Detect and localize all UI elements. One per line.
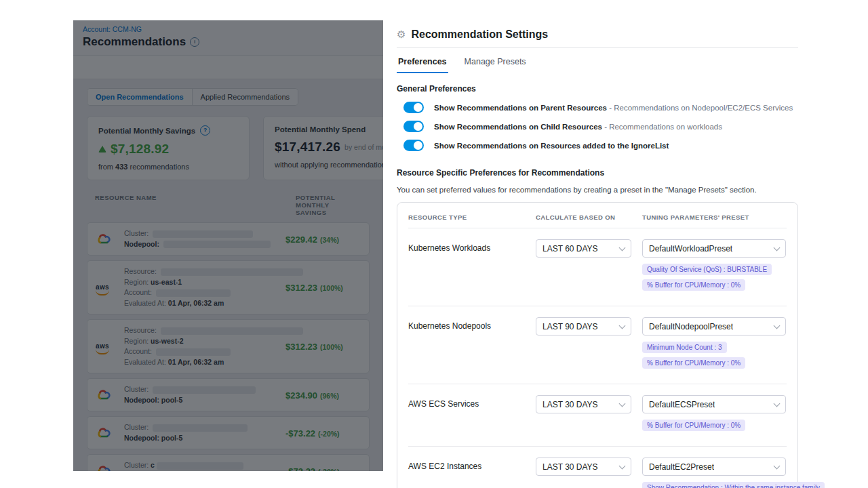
preset-select[interactable]: DefaultEC2Preset (642, 458, 786, 476)
resource-specific-description: You can set preferred values for recomme… (397, 186, 798, 194)
drawer-title: Recommendation Settings (411, 28, 548, 41)
toggle-row: Show Recommendations on Child Resources … (397, 121, 798, 132)
column-header-calculate-based-on: CALCULATE BASED ON (536, 214, 642, 221)
tab-manage-presets[interactable]: Manage Presets (463, 53, 528, 73)
preset-badges: Show Recommendation : Within the same in… (642, 482, 825, 488)
resource-preference-row: Kubernetes WorkloadsLAST 60 DAYSDefaultW… (408, 228, 787, 306)
chevron-down-icon (619, 322, 626, 329)
recommendation-settings-drawer: ⚙ Recommendation Settings PreferencesMan… (383, 20, 868, 488)
chevron-down-icon (774, 322, 781, 329)
preset-badges: Quality Of Service (QoS) : BURSTABLE% Bu… (642, 264, 787, 291)
column-header-resource-type: RESOURCE TYPE (408, 214, 536, 221)
general-preferences-toggles: Show Recommendations on Parent Resources… (397, 102, 798, 151)
toggle-label: Show Recommendations on Parent Resources… (434, 104, 793, 112)
preset-badges: % Buffer for CPU/Memory : 0% (642, 420, 787, 431)
preset-badges: Minimum Node Count : 3% Buffer for CPU/M… (642, 342, 787, 369)
preset-badge: Quality Of Service (QoS) : BURSTABLE (642, 264, 772, 275)
general-preferences-heading: General Preferences (397, 84, 798, 94)
preset-badge: Minimum Node Count : 3 (642, 342, 727, 353)
chevron-down-icon (619, 244, 626, 251)
preset-badge: % Buffer for CPU/Memory : 0% (642, 420, 745, 431)
preset-select[interactable]: DefaultECSPreset (642, 395, 786, 413)
resource-type-label: AWS EC2 Instances (408, 458, 536, 471)
resource-preference-row: Kubernetes NodepoolsLAST 90 DAYSDefaultN… (408, 306, 787, 384)
preset-badge: % Buffer for CPU/Memory : 0% (642, 357, 745, 369)
preset-select[interactable]: DefaultWorkloadPreset (642, 239, 786, 258)
preset-select[interactable]: DefaultNodepoolPreset (642, 317, 786, 336)
calculate-based-on-select[interactable]: LAST 90 DAYS (536, 317, 631, 336)
toggle-label: Show Recommendations on Child Resources … (434, 123, 722, 131)
chevron-down-icon (619, 462, 626, 469)
screen: Account: CCM-NG Recommendations i Open R… (0, 0, 868, 488)
drawer-backdrop[interactable] (73, 20, 383, 471)
drawer-tabs: PreferencesManage Presets (397, 48, 798, 73)
resource-preferences-table: RESOURCE TYPE CALCULATE BASED ON TUNING … (397, 202, 798, 488)
preset-badge: % Buffer for CPU/Memory : 0% (642, 279, 745, 291)
toggle-knob (414, 141, 422, 150)
gear-icon: ⚙ (397, 29, 406, 40)
tab-preferences[interactable]: Preferences (397, 53, 448, 73)
resource-preference-row: AWS EC2 InstancesLAST 30 DAYSDefaultEC2P… (408, 446, 787, 488)
toggle-knob (414, 103, 422, 112)
resource-type-label: Kubernetes Workloads (408, 239, 536, 253)
chevron-down-icon (774, 244, 781, 251)
toggle-switch-1[interactable] (403, 102, 424, 113)
resource-specific-heading: Resource Specific Preferences for Recomm… (397, 168, 798, 178)
toggle-label: Show Recommendations on Resources added … (434, 142, 669, 150)
chevron-down-icon (774, 462, 781, 469)
calculate-based-on-select[interactable]: LAST 30 DAYS (536, 395, 631, 413)
recommendations-page: Account: CCM-NG Recommendations i Open R… (73, 20, 383, 471)
calculate-based-on-select[interactable]: LAST 30 DAYS (536, 458, 631, 476)
toggle-switch-2[interactable] (403, 121, 424, 132)
chevron-down-icon (774, 400, 781, 407)
calculate-based-on-select[interactable]: LAST 60 DAYS (536, 239, 631, 258)
resource-type-label: AWS ECS Services (408, 395, 536, 409)
resource-preference-row: AWS ECS ServicesLAST 30 DAYSDefaultECSPr… (408, 384, 787, 446)
chevron-down-icon (619, 400, 626, 407)
preset-badge: Show Recommendation : Within the same in… (642, 482, 825, 488)
toggle-row: Show Recommendations on Resources added … (397, 140, 798, 151)
toggle-switch-3[interactable] (403, 140, 424, 151)
resource-type-label: Kubernetes Nodepools (408, 317, 536, 331)
column-header-tuning-parameters-preset: TUNING PARAMETERS' PRESET (642, 214, 787, 221)
resource-preferences-rows: Kubernetes WorkloadsLAST 60 DAYSDefaultW… (408, 228, 787, 488)
toggle-row: Show Recommendations on Parent Resources… (397, 102, 798, 113)
toggle-knob (414, 122, 422, 131)
